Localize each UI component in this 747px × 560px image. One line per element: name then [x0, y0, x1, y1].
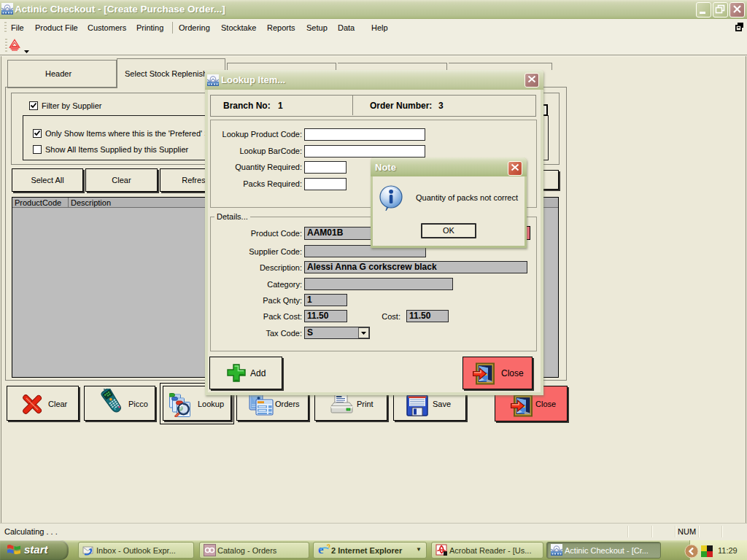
svg-text:e: e: [318, 543, 324, 556]
